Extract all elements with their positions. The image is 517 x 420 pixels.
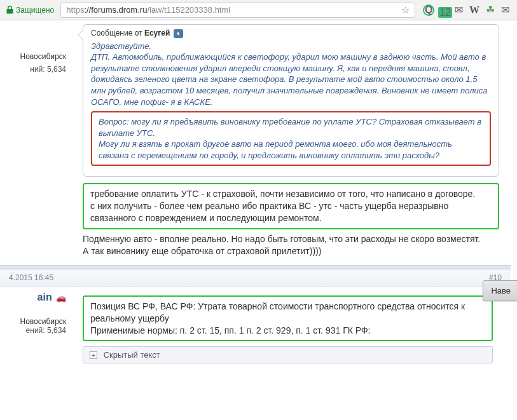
user-city: Новосибирск bbox=[0, 52, 66, 61]
chat-icon[interactable]: ☘ bbox=[486, 4, 495, 16]
url-scheme: https bbox=[66, 5, 84, 15]
lock-icon bbox=[6, 6, 13, 14]
user-post-count: ний: 5,634 bbox=[0, 65, 66, 74]
spoiler-toggle[interactable]: + Скрытый текст bbox=[83, 346, 493, 363]
post2-sidebar: ain 🚗 Новосибирск ений: 5,634 bbox=[0, 287, 70, 370]
answer-text: Подменную авто - вполне реально. Но надо… bbox=[83, 233, 499, 257]
mail-icon[interactable]: ✉ bbox=[455, 4, 463, 16]
username-link[interactable]: ain bbox=[38, 292, 52, 302]
url-path: /law/t1152203338.html bbox=[147, 5, 230, 15]
quote-text: ДТП. Автомобиль, приближающийся к светоф… bbox=[91, 51, 491, 107]
browser-address-bar: Защищено https ://forums.drom.ru /law/t1… bbox=[0, 0, 517, 20]
secure-label: Защищено bbox=[16, 6, 54, 15]
quote-label: Сообщение от bbox=[91, 29, 144, 37]
quote-block: Сообщение от Есугей ➧ Здравствуйте. ДТП.… bbox=[83, 24, 499, 177]
wiki-icon[interactable]: W bbox=[469, 4, 479, 16]
car-icon: 🚗 bbox=[56, 293, 66, 302]
quote-header: Сообщение от Есугей ➧ bbox=[83, 25, 499, 41]
user2-post-count: ений: 5,634 bbox=[0, 326, 66, 335]
post-separator bbox=[0, 265, 511, 269]
view-post-icon[interactable]: ➧ bbox=[174, 29, 183, 38]
url-host: ://forums.drom.ru bbox=[84, 5, 147, 15]
secure-badge: Защищено bbox=[4, 6, 57, 15]
quote-author: Есугей bbox=[144, 29, 170, 37]
extension-icon[interactable]: Q12 bbox=[423, 4, 448, 16]
quote-greeting: Здравствуйте. bbox=[91, 41, 491, 52]
user2-city: Новосибирск bbox=[0, 317, 66, 326]
bookmark-star-icon[interactable]: ☆ bbox=[401, 4, 410, 16]
mail2-icon[interactable]: ✉ bbox=[501, 4, 509, 16]
post-header-bar: 4.2015 16:45 #10 bbox=[0, 269, 511, 287]
url-input[interactable]: https ://forums.drom.ru /law/t1152203338… bbox=[60, 3, 415, 18]
highlighted-question: Вопрос: могу ли я предъявить виновнику т… bbox=[91, 111, 491, 166]
expand-icon: + bbox=[90, 351, 97, 359]
post-date: 4.2015 16:45 bbox=[9, 273, 53, 282]
toolbar-icons: Q12 ✉ W ☘ ✉ bbox=[419, 4, 513, 16]
reply-button[interactable]: Наве bbox=[483, 280, 517, 301]
spoiler-label: Скрытый текст bbox=[104, 350, 160, 360]
answer-highlight-green: требование оплатить УТС - к страховой, п… bbox=[83, 183, 499, 229]
answer2-highlight-green: Позиция ВС РФ, ВАС РФ: Утрата товарной с… bbox=[83, 295, 493, 342]
